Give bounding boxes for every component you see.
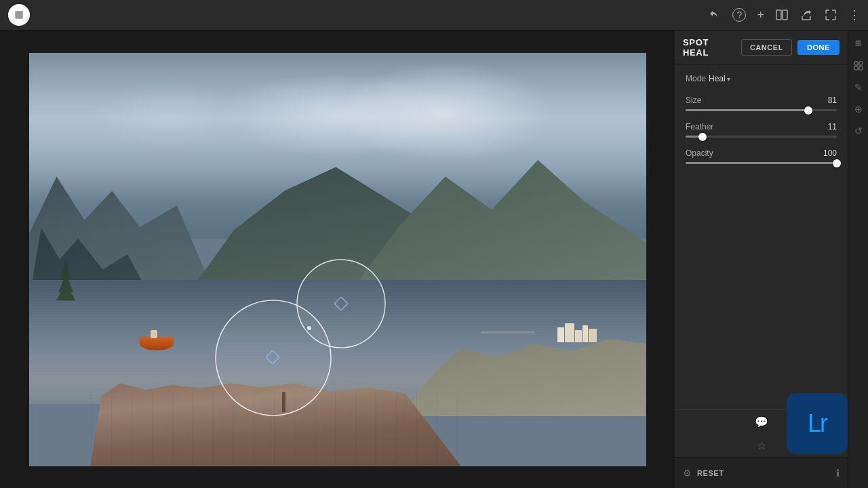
- bollard: [282, 392, 285, 413]
- buildings: [557, 323, 597, 342]
- feather-slider-track[interactable]: [686, 136, 837, 138]
- fishing-line: [481, 331, 535, 333]
- canvas-area[interactable]: [0, 30, 675, 488]
- svg-rect-9: [859, 62, 863, 65]
- cloud-right: [338, 61, 554, 165]
- feather-label: Feather: [686, 122, 713, 131]
- lr-badge: Lr: [787, 393, 848, 454]
- panel-spacer: [675, 247, 848, 410]
- vertical-icon-strip: ≡ ✎ ⊕ ↺: [848, 30, 868, 488]
- circle-plus-icon[interactable]: ⊕: [854, 104, 863, 115]
- lr-text: Lr: [808, 409, 827, 438]
- opacity-value: 100: [823, 148, 837, 158]
- comment-icon[interactable]: 💬: [755, 415, 768, 428]
- main-area: SPOT HEAL CANCEL DONE Mode Heal ▾ Size 8…: [0, 30, 868, 488]
- sliders-icon[interactable]: ≡: [855, 37, 861, 49]
- feather-slider-thumb[interactable]: [698, 133, 707, 141]
- cloud-center: [91, 85, 245, 148]
- svg-rect-0: [776, 10, 781, 20]
- feather-slider-row: Feather 11: [686, 122, 837, 138]
- opacity-slider-track[interactable]: [686, 162, 837, 164]
- photo-scene: [29, 53, 646, 466]
- size-slider-track[interactable]: [686, 109, 837, 111]
- svg-rect-8: [854, 62, 858, 65]
- mode-chevron-icon[interactable]: ▾: [727, 75, 730, 83]
- top-bar-icons: ? + ⋮: [708, 7, 860, 22]
- size-value: 81: [828, 96, 837, 105]
- expand-icon[interactable]: [824, 8, 837, 22]
- dock-texture: [91, 392, 461, 466]
- size-slider-thumb[interactable]: [804, 106, 812, 115]
- mode-row: Mode Heal ▾: [686, 74, 837, 83]
- size-label: Size: [686, 96, 701, 105]
- share-icon[interactable]: [800, 8, 813, 22]
- done-button[interactable]: DONE: [797, 40, 840, 55]
- history-icon[interactable]: ↺: [854, 125, 863, 136]
- panel-footer: ⚙ RESET ℹ: [675, 458, 848, 488]
- app-logo: [8, 4, 30, 26]
- mode-value: Heal: [709, 74, 726, 83]
- undo-icon[interactable]: [708, 8, 722, 22]
- photo-container: [29, 53, 646, 466]
- svg-rect-10: [854, 66, 858, 70]
- top-bar: ? + ⋮: [0, 0, 868, 30]
- svg-rect-11: [859, 66, 863, 70]
- compare-icon[interactable]: [775, 8, 789, 22]
- svg-rect-1: [783, 10, 787, 20]
- preset-icon[interactable]: [853, 60, 864, 71]
- feather-value: 11: [828, 122, 837, 131]
- edit-icon[interactable]: ✎: [854, 82, 863, 93]
- cancel-button[interactable]: CANCEL: [741, 39, 792, 56]
- boat: [140, 337, 174, 350]
- star-icon[interactable]: ☆: [757, 439, 766, 452]
- size-slider-fill: [686, 109, 808, 111]
- info-icon[interactable]: ℹ: [836, 468, 840, 479]
- opacity-slider-row: Opacity 100: [686, 148, 837, 164]
- opacity-slider-thumb[interactable]: [833, 159, 841, 167]
- brush-settings-icon[interactable]: ⚙: [683, 468, 692, 479]
- panel-header: SPOT HEAL CANCEL DONE: [675, 30, 848, 64]
- mode-label: Mode: [686, 74, 706, 83]
- tool-title: SPOT HEAL: [683, 37, 736, 58]
- add-icon[interactable]: +: [757, 8, 764, 22]
- size-slider-row: Size 81: [686, 96, 837, 111]
- panel-footer-left: ⚙ RESET: [683, 468, 724, 479]
- opacity-label: Opacity: [686, 148, 713, 158]
- opacity-slider-fill: [686, 162, 837, 164]
- reset-button[interactable]: RESET: [697, 469, 724, 477]
- help-icon[interactable]: ?: [732, 8, 746, 22]
- panel-controls: Mode Heal ▾ Size 81: [675, 64, 848, 247]
- more-icon[interactable]: ⋮: [848, 7, 860, 22]
